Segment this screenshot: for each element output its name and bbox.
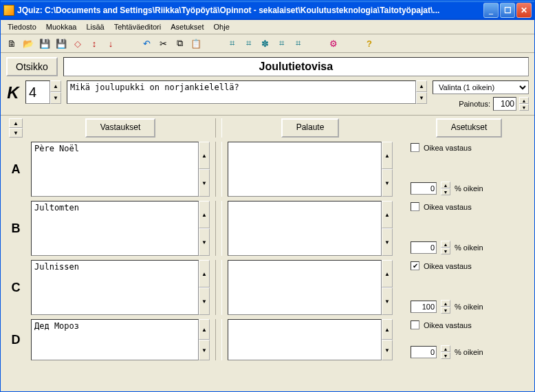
- maximize-button[interactable]: ☐: [500, 3, 515, 18]
- pct-up-icon[interactable]: ▲: [441, 182, 450, 188]
- scroll-up-icon[interactable]: ▲: [199, 201, 210, 228]
- answer-row: D Дед Мороз ▲▼ ▲▼ Oikea vastaus ▲▼ % oik…: [6, 319, 529, 360]
- question-text-input[interactable]: Mikä joulupukki on norjankielellä?: [67, 80, 416, 104]
- correct-checkbox[interactable]: ✔: [411, 261, 419, 270]
- answer-text-input[interactable]: Julnissen: [31, 260, 199, 315]
- palaute-button[interactable]: Palaute: [281, 118, 340, 138]
- otsikko-button[interactable]: Otsikko: [6, 57, 58, 76]
- menubar: Tiedosto Muokkaa Lisää Tehtäväeditori As…: [1, 20, 534, 34]
- question-type-select[interactable]: Valinta (1 oikein): [433, 80, 529, 94]
- scroll-up-icon[interactable]: ▲: [382, 319, 393, 340]
- scroll-up-icon[interactable]: ▲: [199, 142, 210, 169]
- pct-input[interactable]: [411, 301, 437, 313]
- save-icon[interactable]: 💾: [38, 36, 52, 50]
- weight-input[interactable]: [493, 97, 516, 111]
- menu-ohje[interactable]: Ohje: [210, 21, 234, 32]
- weight-up-icon[interactable]: ▲: [519, 97, 529, 104]
- pct-label: % oikein: [455, 303, 483, 311]
- scroll-down-icon[interactable]: ▼: [199, 169, 210, 197]
- menu-lisaa[interactable]: Lisää: [82, 21, 108, 32]
- pct-label: % oikein: [455, 184, 483, 193]
- qnum-up-icon[interactable]: ▲: [50, 80, 61, 92]
- pct-label: % oikein: [455, 243, 483, 252]
- answers-list: A Père Noël ▲▼ ▲▼ Oikea vastaus ▲▼ % oik…: [1, 140, 534, 370]
- pct-up-icon[interactable]: ▲: [441, 300, 450, 307]
- scroll-up-icon[interactable]: ▲: [382, 260, 393, 287]
- web-export4-icon[interactable]: ⌗: [274, 36, 288, 50]
- save-as-icon[interactable]: 💾: [54, 36, 68, 50]
- scroll-down-icon[interactable]: ▼: [199, 287, 210, 315]
- qtext-scroll-down-icon[interactable]: ▼: [416, 92, 427, 104]
- new-icon[interactable]: 🗎: [5, 36, 19, 50]
- qnum-down-icon[interactable]: ▼: [50, 92, 61, 104]
- pct-down-icon[interactable]: ▼: [441, 248, 450, 254]
- append-icon[interactable]: ◇: [71, 36, 85, 50]
- web-export2-icon[interactable]: ⌗: [241, 36, 255, 50]
- paste-icon[interactable]: 📋: [189, 36, 203, 50]
- export-down-icon[interactable]: ↓: [104, 36, 118, 50]
- app-icon: [3, 5, 14, 16]
- feedback-text-input[interactable]: [228, 201, 382, 256]
- scroll-down-icon[interactable]: ▼: [382, 340, 393, 360]
- order-up-icon[interactable]: ▲: [9, 118, 23, 128]
- correct-checkbox[interactable]: [411, 202, 419, 211]
- close-button[interactable]: ✕: [516, 3, 532, 18]
- pct-up-icon[interactable]: ▲: [441, 345, 450, 352]
- answer-letter: A: [6, 142, 25, 197]
- pct-input[interactable]: [411, 182, 437, 195]
- correct-label: Oikea vastaus: [424, 144, 472, 152]
- pct-up-icon[interactable]: ▲: [441, 241, 450, 248]
- scroll-down-icon[interactable]: ▼: [382, 169, 393, 197]
- answer-text-input[interactable]: Jultomten: [31, 201, 199, 256]
- export-up-icon[interactable]: ↕: [87, 36, 101, 50]
- menu-tiedosto[interactable]: Tiedosto: [3, 21, 41, 32]
- scroll-down-icon[interactable]: ▼: [382, 287, 393, 315]
- config-icon[interactable]: ⚙: [327, 36, 340, 50]
- web-export5-icon[interactable]: ⌗: [291, 36, 305, 50]
- undo-icon[interactable]: ↶: [140, 36, 153, 50]
- correct-checkbox[interactable]: [411, 320, 419, 329]
- open-icon[interactable]: 📂: [21, 36, 35, 50]
- asetukset-button[interactable]: Asetukset: [436, 118, 503, 138]
- pct-down-icon[interactable]: ▼: [441, 352, 450, 359]
- quiz-title-field[interactable]: Joulutietovisa: [63, 57, 529, 76]
- answer-letter: C: [6, 260, 25, 315]
- menu-muokkaa[interactable]: Muokkaa: [42, 21, 81, 32]
- feedback-text-input[interactable]: [228, 142, 382, 197]
- correct-checkbox[interactable]: [411, 143, 419, 152]
- weight-label: Painotus:: [459, 100, 490, 108]
- answer-text-input[interactable]: Дед Мороз: [31, 319, 199, 360]
- scroll-down-icon[interactable]: ▼: [199, 228, 210, 256]
- help-icon[interactable]: ?: [362, 36, 376, 50]
- pct-input[interactable]: [411, 346, 437, 358]
- pct-down-icon[interactable]: ▼: [441, 188, 450, 195]
- pct-down-icon[interactable]: ▼: [441, 307, 450, 314]
- cut-icon[interactable]: ✂: [156, 36, 170, 50]
- copy-icon[interactable]: ⧉: [173, 36, 186, 50]
- pct-input[interactable]: [411, 241, 437, 254]
- scroll-up-icon[interactable]: ▲: [199, 260, 210, 287]
- scroll-down-icon[interactable]: ▼: [382, 228, 393, 256]
- question-number-input[interactable]: [25, 80, 50, 104]
- scroll-up-icon[interactable]: ▲: [199, 319, 210, 340]
- web-export3-icon[interactable]: ✽: [258, 36, 272, 50]
- qtext-scroll-up-icon[interactable]: ▲: [416, 80, 427, 92]
- order-down-icon[interactable]: ▼: [9, 128, 23, 138]
- toolbar: 🗎 📂 💾 💾 ◇ ↕ ↓ ↶ ✂ ⧉ 📋 ⌗ ⌗ ✽ ⌗ ⌗ ⚙ ?: [1, 34, 534, 53]
- web-export1-icon[interactable]: ⌗: [225, 36, 239, 50]
- correct-label: Oikea vastaus: [424, 203, 472, 211]
- feedback-text-input[interactable]: [228, 260, 382, 315]
- scroll-up-icon[interactable]: ▲: [382, 201, 393, 228]
- scroll-up-icon[interactable]: ▲: [382, 142, 393, 169]
- answer-text-input[interactable]: Père Noël: [31, 142, 199, 197]
- vastaukset-button[interactable]: Vastaukset: [85, 118, 155, 138]
- menu-asetukset[interactable]: Asetukset: [166, 21, 208, 32]
- window-title: JQuiz: C:\Documents and Settings\Riikka\…: [17, 6, 483, 15]
- titlebar: JQuiz: C:\Documents and Settings\Riikka\…: [1, 1, 534, 20]
- answer-row: A Père Noël ▲▼ ▲▼ Oikea vastaus ▲▼ % oik…: [6, 142, 529, 197]
- menu-tehtavaeditori[interactable]: Tehtäväeditori: [110, 21, 166, 32]
- minimize-button[interactable]: _: [483, 3, 499, 18]
- weight-down-icon[interactable]: ▼: [519, 104, 529, 111]
- feedback-text-input[interactable]: [228, 319, 382, 360]
- scroll-down-icon[interactable]: ▼: [199, 340, 210, 360]
